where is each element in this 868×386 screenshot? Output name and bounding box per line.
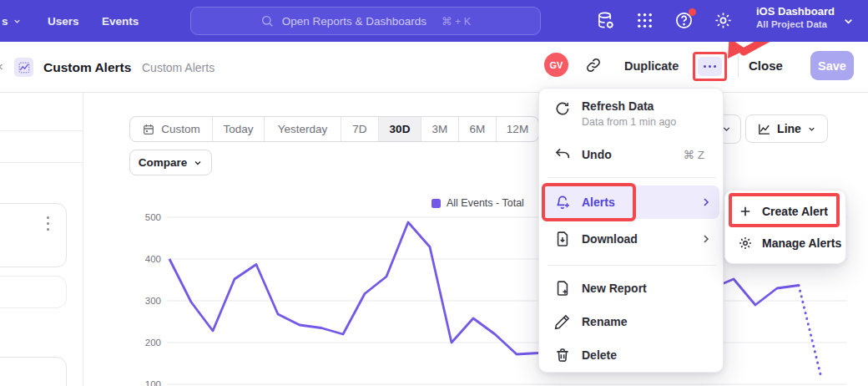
settings-gear-icon[interactable]	[714, 11, 733, 30]
chevron-down-icon	[193, 158, 203, 168]
refresh-caption: Data from 1 min ago	[582, 116, 676, 128]
sidebar-row-divider	[0, 162, 83, 163]
gear-icon	[738, 236, 753, 251]
file-download-icon	[554, 231, 571, 247]
menu-item-download[interactable]: Download	[539, 224, 723, 254]
search-shortcut: ⌘ + K	[442, 15, 471, 28]
pencil-icon	[554, 313, 571, 330]
nav-item-events[interactable]: Events	[102, 0, 139, 42]
y-axis-tick: 200	[145, 338, 161, 348]
range-30d-active[interactable]: 30D	[378, 117, 421, 141]
report-icon	[14, 58, 33, 77]
sidebar-divider	[83, 93, 83, 386]
range-today[interactable]: Today	[212, 117, 264, 141]
chart-legend: All Events - Total	[431, 197, 524, 209]
menu-item-refresh-data[interactable]: Refresh Data Data from 1 min ago	[539, 96, 723, 133]
kebab-menu-icon[interactable]	[47, 216, 49, 231]
project-scope: All Project Data	[756, 19, 835, 29]
series-line-projected	[799, 286, 820, 375]
project-name: iOS Dashboard	[756, 5, 835, 18]
undo-shortcut: ⌘ Z	[684, 148, 705, 161]
range-3m[interactable]: 3M	[421, 117, 458, 141]
global-search[interactable]: Open Reports & Dashboards ⌘ + K	[190, 7, 541, 35]
notification-dot	[689, 8, 696, 16]
legend-swatch	[431, 199, 441, 208]
share-link-icon[interactable]	[585, 57, 602, 74]
y-axis-tick: 300	[145, 296, 161, 306]
plus-icon	[738, 204, 753, 219]
range-6m[interactable]: 6M	[458, 117, 496, 141]
data-management-icon[interactable]	[596, 11, 615, 30]
chart-type-button[interactable]: Line	[745, 114, 828, 143]
submenu-item-create-alert[interactable]: Create Alert	[725, 197, 845, 226]
menu-item-alerts[interactable]: Alerts	[544, 185, 719, 219]
menu-divider	[548, 265, 716, 266]
app-window: 500400300200100 All Events - Total Custo…	[0, 0, 868, 386]
project-switcher[interactable]: iOS Dashboard All Project Data	[756, 5, 835, 29]
more-options-menu: Refresh Data Data from 1 min ago Undo ⌘ …	[538, 88, 724, 373]
menu-item-undo[interactable]: Undo ⌘ Z	[539, 140, 723, 170]
sidebar-card[interactable]	[0, 357, 67, 386]
top-navbar: s Users Events Open Reports & Dashboards…	[0, 0, 868, 42]
chevron-right-icon	[699, 196, 713, 209]
search-placeholder: Open Reports & Dashboards	[282, 15, 426, 28]
range-7d[interactable]: 7D	[341, 117, 378, 141]
date-range-control: Custom Today Yesterday 7D 30D 3M 6M 12M	[129, 116, 539, 142]
range-12m[interactable]: 12M	[496, 117, 538, 141]
file-plus-icon	[554, 280, 571, 297]
alerts-submenu: Create Alert Manage Alerts	[724, 190, 846, 264]
y-axis-tick: 400	[145, 254, 161, 264]
chevron-down-icon	[807, 124, 816, 134]
y-axis-tick: 500	[145, 212, 161, 222]
line-chart-icon	[757, 122, 771, 136]
compare-button[interactable]: Compare	[129, 150, 212, 175]
breadcrumb[interactable]: Custom Alerts	[142, 61, 214, 74]
y-axis-tick: 100	[145, 379, 161, 386]
duplicate-button[interactable]: Duplicate	[624, 59, 679, 73]
legend-label: All Events - Total	[447, 197, 524, 209]
chevron-down-icon	[13, 17, 22, 26]
truncated-back-chevron-icon	[0, 62, 6, 72]
avatar[interactable]: GV	[544, 53, 568, 77]
trash-icon	[554, 347, 571, 363]
refresh-icon	[554, 100, 571, 117]
calendar-icon	[142, 123, 155, 136]
nav-item-users[interactable]: Users	[48, 0, 79, 42]
menu-item-rename[interactable]: Rename	[539, 307, 723, 337]
range-custom[interactable]: Custom	[130, 117, 212, 141]
chevron-down-icon[interactable]	[842, 15, 855, 28]
menu-item-delete[interactable]: Delete	[539, 340, 723, 370]
nav-item-truncated[interactable]: s	[2, 0, 22, 42]
page-title: Custom Alerts	[43, 60, 131, 75]
bell-plus-icon	[554, 194, 571, 211]
help-icon[interactable]	[674, 11, 694, 30]
apps-grid-icon[interactable]	[635, 11, 654, 30]
menu-divider	[548, 177, 716, 178]
sidebar-card[interactable]	[0, 203, 67, 267]
sidebar-card[interactable]	[0, 276, 67, 308]
submenu-item-manage-alerts[interactable]: Manage Alerts	[725, 229, 845, 257]
undo-icon	[554, 146, 571, 163]
range-yesterday[interactable]: Yesterday	[264, 117, 341, 141]
sidebar-row-divider	[0, 130, 83, 131]
chevron-right-icon	[699, 232, 713, 246]
menu-item-new-report[interactable]: New Report	[539, 273, 723, 303]
save-button[interactable]: Save	[810, 51, 854, 80]
search-icon	[260, 14, 274, 28]
